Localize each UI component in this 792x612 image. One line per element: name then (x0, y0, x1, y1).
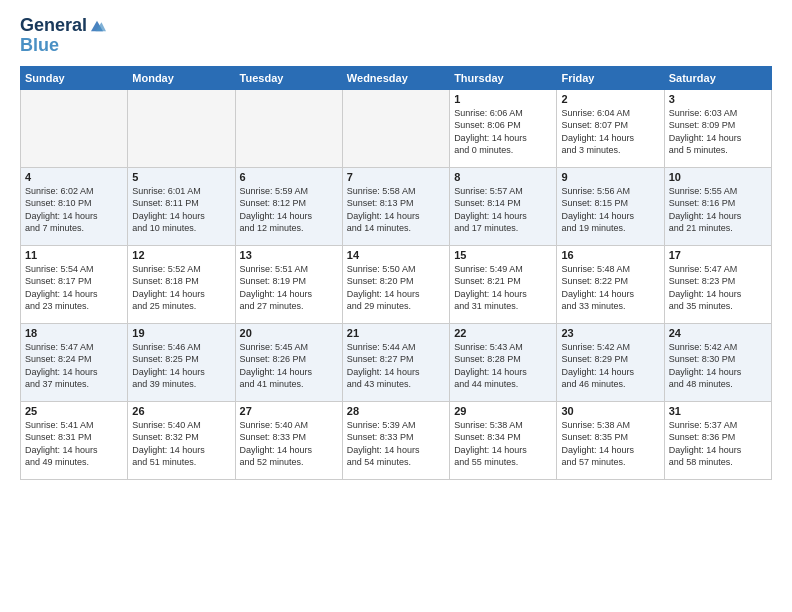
calendar-cell: 23Sunrise: 5:42 AM Sunset: 8:29 PM Dayli… (557, 323, 664, 401)
header-monday: Monday (128, 66, 235, 89)
week-row-2: 4Sunrise: 6:02 AM Sunset: 8:10 PM Daylig… (21, 167, 772, 245)
calendar-cell: 26Sunrise: 5:40 AM Sunset: 8:32 PM Dayli… (128, 401, 235, 479)
day-number: 10 (669, 171, 767, 183)
calendar-cell: 4Sunrise: 6:02 AM Sunset: 8:10 PM Daylig… (21, 167, 128, 245)
day-number: 19 (132, 327, 230, 339)
logo-icon (88, 17, 106, 35)
week-row-3: 11Sunrise: 5:54 AM Sunset: 8:17 PM Dayli… (21, 245, 772, 323)
calendar-cell: 9Sunrise: 5:56 AM Sunset: 8:15 PM Daylig… (557, 167, 664, 245)
day-detail: Sunrise: 5:42 AM Sunset: 8:29 PM Dayligh… (561, 341, 659, 391)
day-detail: Sunrise: 5:37 AM Sunset: 8:36 PM Dayligh… (669, 419, 767, 469)
day-number: 30 (561, 405, 659, 417)
week-row-4: 18Sunrise: 5:47 AM Sunset: 8:24 PM Dayli… (21, 323, 772, 401)
day-detail: Sunrise: 5:59 AM Sunset: 8:12 PM Dayligh… (240, 185, 338, 235)
day-number: 11 (25, 249, 123, 261)
calendar-cell: 12Sunrise: 5:52 AM Sunset: 8:18 PM Dayli… (128, 245, 235, 323)
calendar-cell: 2Sunrise: 6:04 AM Sunset: 8:07 PM Daylig… (557, 89, 664, 167)
calendar-cell (235, 89, 342, 167)
day-number: 20 (240, 327, 338, 339)
day-number: 16 (561, 249, 659, 261)
day-number: 8 (454, 171, 552, 183)
day-detail: Sunrise: 6:06 AM Sunset: 8:06 PM Dayligh… (454, 107, 552, 157)
day-detail: Sunrise: 5:38 AM Sunset: 8:34 PM Dayligh… (454, 419, 552, 469)
header-sunday: Sunday (21, 66, 128, 89)
calendar-cell: 31Sunrise: 5:37 AM Sunset: 8:36 PM Dayli… (664, 401, 771, 479)
day-detail: Sunrise: 5:47 AM Sunset: 8:23 PM Dayligh… (669, 263, 767, 313)
day-detail: Sunrise: 6:01 AM Sunset: 8:11 PM Dayligh… (132, 185, 230, 235)
calendar-cell (342, 89, 449, 167)
day-number: 25 (25, 405, 123, 417)
day-number: 1 (454, 93, 552, 105)
calendar-cell: 8Sunrise: 5:57 AM Sunset: 8:14 PM Daylig… (450, 167, 557, 245)
day-number: 27 (240, 405, 338, 417)
calendar-cell: 19Sunrise: 5:46 AM Sunset: 8:25 PM Dayli… (128, 323, 235, 401)
day-detail: Sunrise: 6:03 AM Sunset: 8:09 PM Dayligh… (669, 107, 767, 157)
header-saturday: Saturday (664, 66, 771, 89)
day-detail: Sunrise: 5:52 AM Sunset: 8:18 PM Dayligh… (132, 263, 230, 313)
calendar-page: General Blue SundayMondayTuesdayWednesda… (0, 0, 792, 612)
day-detail: Sunrise: 5:56 AM Sunset: 8:15 PM Dayligh… (561, 185, 659, 235)
day-detail: Sunrise: 5:41 AM Sunset: 8:31 PM Dayligh… (25, 419, 123, 469)
header-wednesday: Wednesday (342, 66, 449, 89)
week-row-1: 1Sunrise: 6:06 AM Sunset: 8:06 PM Daylig… (21, 89, 772, 167)
calendar-cell: 21Sunrise: 5:44 AM Sunset: 8:27 PM Dayli… (342, 323, 449, 401)
day-number: 21 (347, 327, 445, 339)
day-number: 18 (25, 327, 123, 339)
day-number: 9 (561, 171, 659, 183)
day-detail: Sunrise: 5:50 AM Sunset: 8:20 PM Dayligh… (347, 263, 445, 313)
day-number: 26 (132, 405, 230, 417)
day-number: 5 (132, 171, 230, 183)
calendar-cell: 24Sunrise: 5:42 AM Sunset: 8:30 PM Dayli… (664, 323, 771, 401)
calendar-cell: 17Sunrise: 5:47 AM Sunset: 8:23 PM Dayli… (664, 245, 771, 323)
day-detail: Sunrise: 5:43 AM Sunset: 8:28 PM Dayligh… (454, 341, 552, 391)
day-number: 7 (347, 171, 445, 183)
calendar-cell: 20Sunrise: 5:45 AM Sunset: 8:26 PM Dayli… (235, 323, 342, 401)
calendar-cell: 18Sunrise: 5:47 AM Sunset: 8:24 PM Dayli… (21, 323, 128, 401)
day-detail: Sunrise: 5:51 AM Sunset: 8:19 PM Dayligh… (240, 263, 338, 313)
calendar-cell: 25Sunrise: 5:41 AM Sunset: 8:31 PM Dayli… (21, 401, 128, 479)
calendar-cell: 5Sunrise: 6:01 AM Sunset: 8:11 PM Daylig… (128, 167, 235, 245)
day-number: 12 (132, 249, 230, 261)
calendar-cell: 15Sunrise: 5:49 AM Sunset: 8:21 PM Dayli… (450, 245, 557, 323)
day-detail: Sunrise: 5:47 AM Sunset: 8:24 PM Dayligh… (25, 341, 123, 391)
calendar-cell: 27Sunrise: 5:40 AM Sunset: 8:33 PM Dayli… (235, 401, 342, 479)
day-number: 22 (454, 327, 552, 339)
day-detail: Sunrise: 5:58 AM Sunset: 8:13 PM Dayligh… (347, 185, 445, 235)
day-detail: Sunrise: 5:49 AM Sunset: 8:21 PM Dayligh… (454, 263, 552, 313)
calendar-cell: 30Sunrise: 5:38 AM Sunset: 8:35 PM Dayli… (557, 401, 664, 479)
calendar-cell: 13Sunrise: 5:51 AM Sunset: 8:19 PM Dayli… (235, 245, 342, 323)
logo-text-blue: Blue (20, 36, 106, 56)
calendar-cell: 11Sunrise: 5:54 AM Sunset: 8:17 PM Dayli… (21, 245, 128, 323)
calendar-table: SundayMondayTuesdayWednesdayThursdayFrid… (20, 66, 772, 480)
calendar-cell: 10Sunrise: 5:55 AM Sunset: 8:16 PM Dayli… (664, 167, 771, 245)
logo-text-general: General (20, 16, 87, 36)
calendar-cell: 16Sunrise: 5:48 AM Sunset: 8:22 PM Dayli… (557, 245, 664, 323)
day-detail: Sunrise: 5:45 AM Sunset: 8:26 PM Dayligh… (240, 341, 338, 391)
day-number: 2 (561, 93, 659, 105)
day-number: 28 (347, 405, 445, 417)
day-detail: Sunrise: 5:39 AM Sunset: 8:33 PM Dayligh… (347, 419, 445, 469)
day-detail: Sunrise: 5:44 AM Sunset: 8:27 PM Dayligh… (347, 341, 445, 391)
day-detail: Sunrise: 5:42 AM Sunset: 8:30 PM Dayligh… (669, 341, 767, 391)
calendar-cell (21, 89, 128, 167)
calendar-cell: 7Sunrise: 5:58 AM Sunset: 8:13 PM Daylig… (342, 167, 449, 245)
header: General Blue (20, 16, 772, 56)
logo: General Blue (20, 16, 106, 56)
day-number: 3 (669, 93, 767, 105)
calendar-cell (128, 89, 235, 167)
day-number: 23 (561, 327, 659, 339)
day-detail: Sunrise: 5:48 AM Sunset: 8:22 PM Dayligh… (561, 263, 659, 313)
calendar-cell: 28Sunrise: 5:39 AM Sunset: 8:33 PM Dayli… (342, 401, 449, 479)
calendar-cell: 3Sunrise: 6:03 AM Sunset: 8:09 PM Daylig… (664, 89, 771, 167)
calendar-cell: 14Sunrise: 5:50 AM Sunset: 8:20 PM Dayli… (342, 245, 449, 323)
day-detail: Sunrise: 5:55 AM Sunset: 8:16 PM Dayligh… (669, 185, 767, 235)
day-number: 15 (454, 249, 552, 261)
day-number: 6 (240, 171, 338, 183)
day-number: 13 (240, 249, 338, 261)
header-row: SundayMondayTuesdayWednesdayThursdayFrid… (21, 66, 772, 89)
calendar-cell: 29Sunrise: 5:38 AM Sunset: 8:34 PM Dayli… (450, 401, 557, 479)
day-detail: Sunrise: 5:54 AM Sunset: 8:17 PM Dayligh… (25, 263, 123, 313)
header-thursday: Thursday (450, 66, 557, 89)
day-number: 14 (347, 249, 445, 261)
day-detail: Sunrise: 5:38 AM Sunset: 8:35 PM Dayligh… (561, 419, 659, 469)
